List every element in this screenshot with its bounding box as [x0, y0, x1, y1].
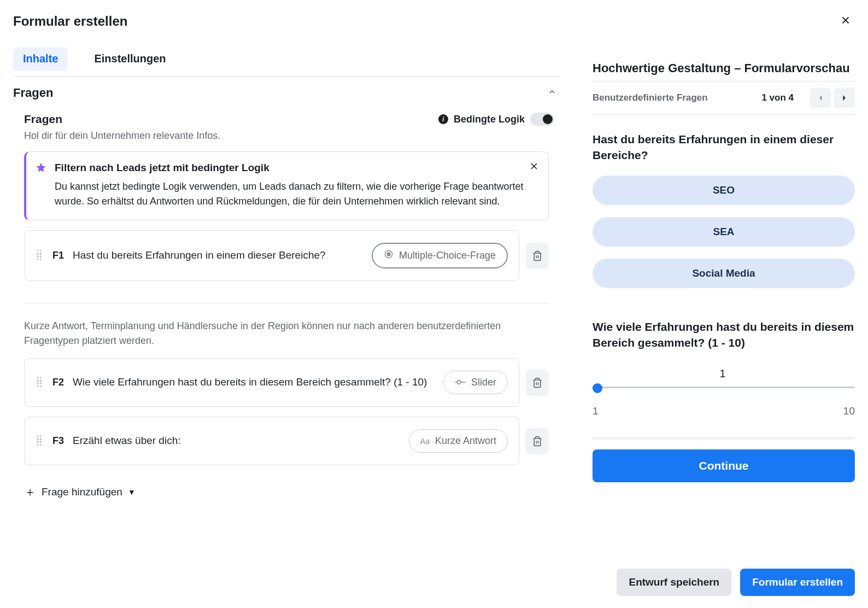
question-text: Wie viele Erfahrungen hast du bereits in…	[73, 375, 435, 390]
preview-option[interactable]: SEA	[593, 217, 855, 247]
svg-point-3	[457, 381, 461, 384]
preview-question-1: Hast du bereits Erfahrungen in einem die…	[593, 131, 855, 163]
radio-icon	[384, 249, 394, 262]
question-type-label: Slider	[471, 377, 496, 388]
ordering-note: Kurze Antwort, Terminplanung und Händler…	[24, 319, 549, 348]
pager-info: 1 von 4	[761, 92, 794, 103]
preview-option[interactable]: Social Media	[593, 259, 855, 288]
info-icon[interactable]: i	[438, 114, 448, 124]
question-text: Erzähl etwas über dich:	[73, 434, 400, 448]
add-question-label: Frage hinzufügen	[42, 486, 122, 498]
conditional-logic-label: Bedingte Logik	[454, 114, 525, 125]
preview-question-2: Wie viele Erfahrungen hast du bereits in…	[593, 319, 855, 351]
progress-placeholder	[593, 437, 855, 440]
preview-title: Hochwertige Gestaltung – Formularvorscha…	[593, 61, 855, 81]
slider-icon	[455, 377, 466, 388]
drag-handle-icon[interactable]: ⠿⠿	[36, 379, 44, 386]
pager-next-button[interactable]	[834, 88, 855, 108]
svg-point-1	[387, 253, 390, 256]
question-number: F3	[52, 435, 64, 447]
preview-option[interactable]: SEO	[593, 176, 855, 205]
tab-settings[interactable]: Einstellungen	[84, 47, 175, 71]
question-type-label: Kurze Antwort	[435, 435, 496, 447]
slider-thumb[interactable]	[593, 383, 602, 393]
chevron-right-icon	[842, 94, 847, 102]
drag-handle-icon[interactable]: ⠿⠿	[36, 438, 44, 445]
create-form-button[interactable]: Formular erstellen	[740, 569, 855, 596]
question-type-pill[interactable]: Aa Kurze Antwort	[409, 429, 508, 453]
pager-label: Benutzerdefinierte Fragen	[593, 92, 708, 103]
question-number: F2	[52, 377, 64, 388]
close-button[interactable]	[836, 11, 855, 32]
banner-body: Du kannst jetzt bedingte Logik verwenden…	[55, 179, 538, 209]
question-row[interactable]: ⠿⠿ F2 Wie viele Erfahrungen hast du bere…	[24, 358, 519, 407]
banner-title: Filtern nach Leads jetzt mit bedingter L…	[55, 162, 538, 174]
slider-value: 1	[719, 367, 725, 380]
section-title: Fragen	[13, 86, 53, 100]
close-icon	[529, 161, 539, 172]
delete-question-button[interactable]	[526, 428, 549, 454]
question-number: F1	[52, 250, 64, 261]
question-text: Hast du bereits Erfahrungen in einem die…	[73, 248, 363, 263]
continue-button[interactable]: Continue	[593, 449, 855, 482]
text-icon: Aa	[420, 437, 430, 446]
conditional-logic-toggle[interactable]	[530, 113, 554, 126]
subsection-desc: Hol dir für dein Unternehmen relevante I…	[24, 130, 220, 142]
banner-close-button[interactable]	[529, 161, 539, 174]
subsection-title: Fragen	[24, 113, 220, 126]
close-icon	[840, 14, 852, 26]
delete-question-button[interactable]	[526, 370, 549, 396]
conditional-logic-banner: Filtern nach Leads jetzt mit bedingter L…	[24, 151, 549, 220]
question-type-pill[interactable]: Multiple-Choice-Frage	[372, 243, 508, 268]
chevron-up-icon	[548, 87, 556, 96]
add-question-button[interactable]: ＋ Frage hinzufügen ▼	[24, 481, 549, 504]
slider-max: 10	[843, 405, 855, 417]
chevron-left-icon	[818, 94, 823, 102]
pager-prev-button[interactable]	[810, 88, 831, 108]
slider-min: 1	[593, 405, 599, 417]
delete-question-button[interactable]	[526, 243, 549, 269]
trash-icon	[532, 436, 543, 447]
trash-icon	[532, 377, 543, 388]
plus-icon: ＋	[24, 484, 36, 500]
preview-slider[interactable]	[593, 383, 855, 392]
collapse-button[interactable]	[544, 84, 560, 102]
question-type-pill[interactable]: Slider	[443, 371, 508, 394]
chevron-down-icon: ▼	[128, 488, 136, 496]
question-type-label: Multiple-Choice-Frage	[399, 250, 496, 261]
question-row[interactable]: ⠿⠿ F3 Erzähl etwas über dich: Aa Kurze A…	[24, 417, 519, 465]
save-draft-button[interactable]: Entwurf speichern	[617, 569, 731, 596]
question-row[interactable]: ⠿⠿ F1 Hast du bereits Erfahrungen in ein…	[24, 230, 519, 281]
drag-handle-icon[interactable]: ⠿⠿	[36, 253, 44, 259]
trash-icon	[532, 250, 543, 261]
page-title: Formular erstellen	[13, 14, 127, 29]
star-icon	[35, 162, 47, 176]
tab-contents[interactable]: Inhalte	[13, 47, 68, 71]
